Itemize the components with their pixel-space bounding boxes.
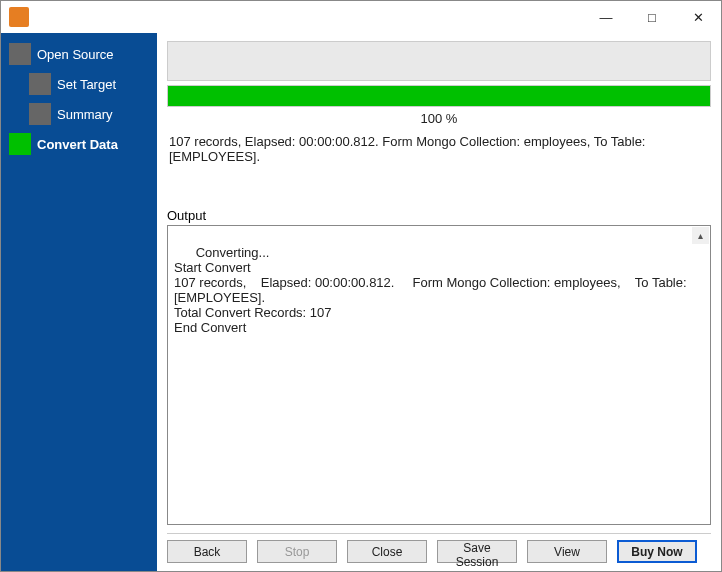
- progress-percent: 100 %: [167, 107, 711, 128]
- step-icon: [29, 73, 51, 95]
- nav-item-set-target[interactable]: Set Target: [1, 69, 157, 99]
- main-panel: 100 % 107 records, Elapsed: 00:00:00.812…: [157, 33, 721, 571]
- save-session-button[interactable]: Save Session: [437, 540, 517, 563]
- output-label: Output: [167, 208, 711, 223]
- step-icon: [9, 43, 31, 65]
- nav-label: Summary: [57, 107, 113, 122]
- title-bar: — □ ✕: [1, 1, 721, 33]
- nav-label: Convert Data: [37, 137, 118, 152]
- close-button[interactable]: Close: [347, 540, 427, 563]
- step-icon: [9, 133, 31, 155]
- output-textbox[interactable]: Converting... Start Convert 107 records,…: [167, 225, 711, 525]
- scroll-up-icon[interactable]: ▴: [692, 227, 709, 244]
- close-window-button[interactable]: ✕: [675, 1, 721, 33]
- buy-now-button[interactable]: Buy Now: [617, 540, 697, 563]
- view-button[interactable]: View: [527, 540, 607, 563]
- nav-label: Set Target: [57, 77, 116, 92]
- maximize-button[interactable]: □: [629, 1, 675, 33]
- nav-item-summary[interactable]: Summary: [1, 99, 157, 129]
- wizard-nav: Open Source Set Target Summary Convert D…: [1, 33, 157, 571]
- step-icon: [29, 103, 51, 125]
- nav-label: Open Source: [37, 47, 114, 62]
- progress-bar: [167, 85, 711, 107]
- app-icon: [9, 7, 29, 27]
- minimize-button[interactable]: —: [583, 1, 629, 33]
- separator: [167, 533, 711, 534]
- button-row: Back Stop Close Save Session View Buy No…: [167, 540, 711, 565]
- output-text: Converting... Start Convert 107 records,…: [174, 245, 690, 335]
- status-line: 107 records, Elapsed: 00:00:00.812. Form…: [167, 128, 711, 170]
- back-button[interactable]: Back: [167, 540, 247, 563]
- header-placeholder: [167, 41, 711, 81]
- stop-button: Stop: [257, 540, 337, 563]
- nav-item-convert-data[interactable]: Convert Data: [1, 129, 157, 159]
- nav-item-open-source[interactable]: Open Source: [1, 39, 157, 69]
- progress-area: 100 %: [167, 85, 711, 128]
